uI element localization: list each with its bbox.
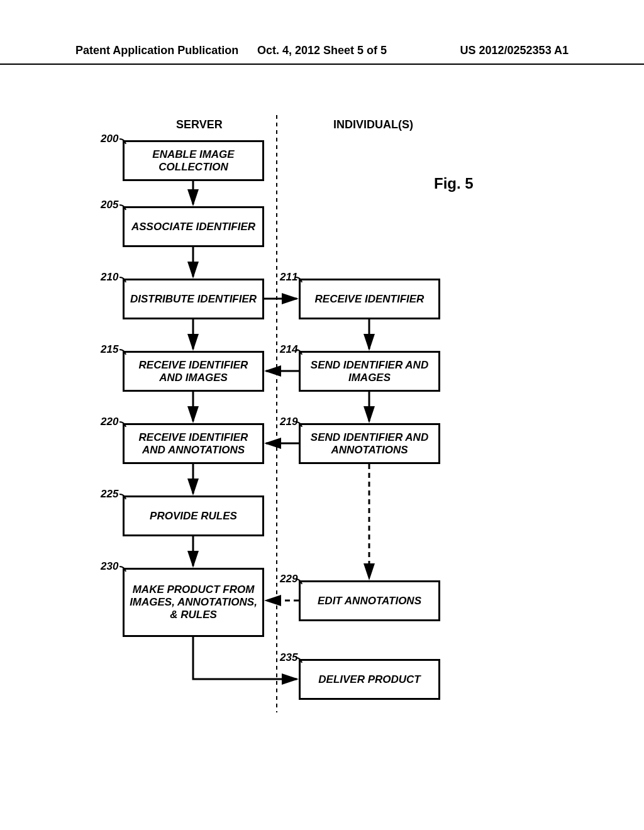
box-associate-identifier: ASSOCIATE IDENTIFIER	[123, 206, 264, 247]
box-receive-identifier: RECEIVE IDENTIFIER	[299, 279, 440, 319]
ref-200: 200	[101, 133, 118, 145]
box-distribute-identifier: DISTRIBUTE IDENTIFIER	[123, 279, 264, 319]
ref-235: 235	[280, 651, 297, 664]
header-publication: Patent Application Publication	[75, 44, 240, 57]
ref-210: 210	[101, 271, 118, 284]
figure-label: Fig. 5	[434, 175, 474, 192]
header-pub-number: US 2012/0252353 A1	[404, 44, 569, 57]
box-receive-identifier-images: RECEIVE IDENTIFIER AND IMAGES	[123, 351, 264, 392]
box-deliver-product: DELIVER PRODUCT	[299, 659, 440, 700]
ref-225: 225	[101, 488, 118, 501]
box-send-identifier-images: SEND IDENTIFIER AND IMAGES	[299, 351, 440, 392]
page-header: Patent Application Publication Oct. 4, 2…	[0, 0, 644, 65]
ref-230: 230	[101, 560, 118, 573]
box-edit-annotations: EDIT ANNOTATIONS	[299, 580, 440, 621]
flowchart-connectors	[0, 65, 644, 756]
ref-229: 229	[280, 573, 297, 585]
header-date-sheet: Oct. 4, 2012 Sheet 5 of 5	[240, 44, 404, 57]
ref-214: 214	[280, 343, 297, 356]
ref-215: 215	[101, 343, 118, 356]
box-enable-image-collection: ENABLE IMAGE COLLECTION	[123, 140, 264, 181]
box-provide-rules: PROVIDE RULES	[123, 495, 264, 536]
ref-219: 219	[280, 416, 297, 428]
ref-211: 211	[280, 271, 297, 284]
box-send-identifier-annotations: SEND IDENTIFIER AND ANNOTATIONS	[299, 423, 440, 464]
ref-205: 205	[101, 199, 118, 211]
column-header-server: SERVER	[176, 118, 223, 131]
column-header-individuals: INDIVIDUAL(S)	[333, 118, 413, 131]
box-make-product: MAKE PRODUCT FROM IMAGES, ANNOTATIONS, &…	[123, 568, 264, 637]
ref-220: 220	[101, 416, 118, 428]
flowchart-diagram: SERVER INDIVIDUAL(S) Fig. 5 ENABLE IMAGE…	[0, 65, 644, 819]
box-receive-identifier-annotations: RECEIVE IDENTIFIER AND ANNOTATIONS	[123, 423, 264, 464]
